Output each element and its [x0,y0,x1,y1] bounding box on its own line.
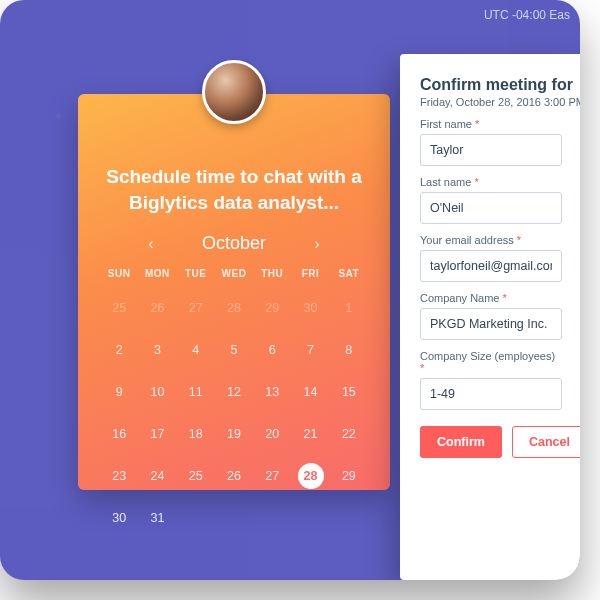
dow-label: TUE [177,268,215,279]
day-cell[interactable]: 7 [291,337,329,363]
prev-month-icon[interactable]: ‹ [142,235,160,253]
day-cell[interactable]: 3 [138,337,176,363]
dow-label: SUN [100,268,138,279]
day-cell[interactable]: 4 [177,337,215,363]
day-cell[interactable]: 24 [138,463,176,489]
day-cell[interactable]: 29 [253,295,291,321]
day-cell[interactable]: 31 [138,505,176,531]
day-cell[interactable]: 6 [253,337,291,363]
day-cell[interactable]: 27 [177,295,215,321]
avatar [202,60,266,124]
month-nav: ‹ October › [100,233,368,254]
company-size-label: Company Size (employees) * [420,350,562,374]
day-cell[interactable]: 19 [215,421,253,447]
confirm-button[interactable]: Confirm [420,426,502,458]
company-name-field[interactable] [420,308,562,340]
last-name-field[interactable] [420,192,562,224]
company-size-field[interactable] [420,378,562,410]
app-frame: UTC -04:00 Eas Schedule time to chat wit… [0,0,580,580]
month-label: October [202,233,266,254]
first-name-label: First name * [420,118,562,130]
day-cell[interactable]: 14 [291,379,329,405]
day-cell[interactable]: 20 [253,421,291,447]
day-cell[interactable]: 26 [138,295,176,321]
confirm-form: Confirm meeting for Friday, October 28, … [400,54,580,580]
calendar-grid: SUNMONTUEWEDTHUFRISAT2526272829301234567… [100,268,368,531]
day-cell[interactable]: 18 [177,421,215,447]
day-cell[interactable]: 27 [253,463,291,489]
day-cell-selected[interactable]: 28 [298,463,324,489]
day-cell[interactable]: 12 [215,379,253,405]
form-title: Confirm meeting for [420,76,562,94]
day-cell[interactable]: 16 [100,421,138,447]
day-cell[interactable]: 28 [215,295,253,321]
dow-label: SAT [330,268,368,279]
dow-label: MON [138,268,176,279]
next-month-icon[interactable]: › [308,235,326,253]
calendar-card: Schedule time to chat with a Biglytics d… [78,94,390,490]
day-cell[interactable]: 25 [177,463,215,489]
day-cell[interactable]: 8 [330,337,368,363]
day-cell[interactable]: 29 [330,463,368,489]
day-cell[interactable]: 26 [215,463,253,489]
day-cell[interactable]: 15 [330,379,368,405]
day-cell[interactable]: 30 [100,505,138,531]
calendar-headline: Schedule time to chat with a Biglytics d… [100,164,368,233]
day-cell[interactable]: 30 [291,295,329,321]
company-name-label: Company Name * [420,292,562,304]
day-cell[interactable]: 13 [253,379,291,405]
day-cell[interactable]: 2 [100,337,138,363]
timezone-label[interactable]: UTC -04:00 Eas [484,8,570,22]
day-cell[interactable]: 21 [291,421,329,447]
cancel-button[interactable]: Cancel [512,426,580,458]
day-cell[interactable]: 9 [100,379,138,405]
day-cell[interactable]: 11 [177,379,215,405]
last-name-label: Last name * [420,176,562,188]
day-cell[interactable]: 5 [215,337,253,363]
day-cell[interactable]: 1 [330,295,368,321]
day-cell[interactable]: 17 [138,421,176,447]
form-buttons: Confirm Cancel [420,426,562,458]
email-field[interactable] [420,250,562,282]
email-label: Your email address * [420,234,562,246]
day-cell[interactable]: 23 [100,463,138,489]
dow-label: WED [215,268,253,279]
day-cell[interactable]: 25 [100,295,138,321]
day-cell[interactable]: 10 [138,379,176,405]
first-name-field[interactable] [420,134,562,166]
dow-label: THU [253,268,291,279]
day-cell[interactable]: 22 [330,421,368,447]
form-subtitle: Friday, October 28, 2016 3:00 PM [420,96,562,108]
dow-label: FRI [291,268,329,279]
